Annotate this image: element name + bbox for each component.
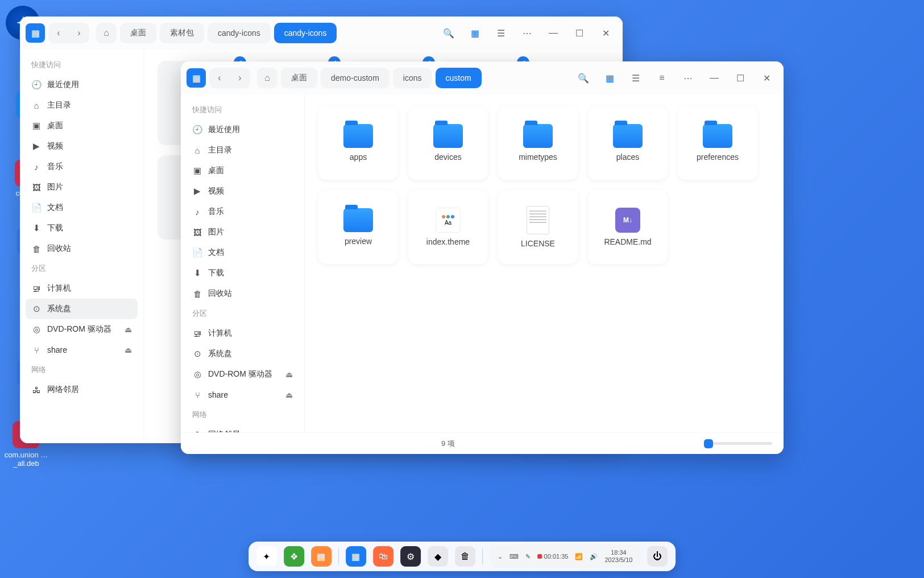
file-tile[interactable]: apps	[318, 106, 398, 180]
folder-icon	[433, 124, 463, 148]
sort-button[interactable]: ≡	[650, 67, 673, 89]
search-icon[interactable]: 🔍	[572, 67, 595, 89]
content-area[interactable]: appsdevicesmimetypesplacespreferencespre…	[305, 94, 784, 432]
breadcrumb-segment[interactable]: icons	[393, 68, 432, 88]
sidebar-item[interactable]: ⬇下载	[187, 263, 299, 283]
home-button[interactable]: ⌂	[257, 68, 277, 88]
launcher-icon[interactable]: ✦	[256, 546, 277, 567]
sidebar-item[interactable]: ⌂主目录	[26, 95, 138, 115]
sidebar-item[interactable]: 🖳计算机	[26, 278, 138, 299]
file-tile[interactable]: mimetypes	[498, 106, 578, 180]
back-button[interactable]: ‹	[48, 23, 69, 43]
sidebar-item-label: 最近使用	[208, 125, 240, 135]
file-manager-app-icon[interactable]: ▦	[26, 23, 45, 43]
sidebar-item[interactable]: 🗑回收站	[26, 238, 138, 259]
zoom-slider[interactable]	[704, 442, 772, 445]
file-label: preview	[345, 237, 372, 246]
breadcrumb-segment[interactable]: candy-icons	[274, 23, 337, 43]
sidebar-item[interactable]: ⬇下载	[26, 218, 138, 238]
sidebar-item[interactable]: 🗑回收站	[187, 283, 299, 304]
sidebar-item[interactable]: 🖼图片	[26, 177, 138, 197]
pinned-settings-icon[interactable]: ⚙	[400, 546, 421, 567]
home-button[interactable]: ⌂	[96, 23, 117, 43]
multitask-icon[interactable]: ❖	[284, 546, 304, 567]
file-tile[interactable]: preview	[318, 190, 398, 264]
tray-show-desktop-icon[interactable]: ⌄	[498, 553, 503, 560]
sidebar-item[interactable]: ▣桌面	[26, 115, 138, 136]
tray-keyboard-icon[interactable]: ⌨	[509, 553, 519, 560]
separator	[338, 548, 339, 564]
maximize-button[interactable]: ☐	[729, 67, 752, 89]
sidebar-item[interactable]: 🖧网络邻居	[26, 379, 138, 400]
icon-view-button[interactable]: ▦	[463, 22, 486, 44]
ellipsis-button[interactable]: ⋯	[677, 67, 699, 89]
breadcrumb-segment[interactable]: candy-icons	[208, 23, 271, 43]
search-icon[interactable]: 🔍	[437, 22, 460, 44]
tray-volume-icon[interactable]: 🔊	[590, 553, 598, 560]
eject-icon[interactable]: ⏏	[285, 390, 293, 399]
sidebar-item[interactable]: ⌂主目录	[187, 140, 299, 160]
file-label: devices	[434, 152, 461, 162]
icon-view-button[interactable]: ▦	[598, 67, 621, 89]
pinned-app-store-icon[interactable]: 🛍	[373, 546, 393, 567]
clock-time: 18:34	[604, 549, 632, 556]
workspace-icon[interactable]: ▦	[311, 546, 332, 567]
ellipsis-button[interactable]: ⋯	[516, 22, 538, 44]
file-manager-app-icon[interactable]: ▦	[187, 68, 206, 88]
forward-button[interactable]: ›	[69, 23, 89, 43]
sidebar-item-label: 回收站	[47, 243, 71, 254]
sidebar-item[interactable]: ♪音乐	[187, 201, 299, 222]
sidebar-item[interactable]: ▣桌面	[187, 160, 299, 181]
breadcrumb-segment[interactable]: 素材包	[160, 23, 204, 43]
clock[interactable]: 18:34 2023/5/10	[604, 549, 632, 564]
maximize-button[interactable]: ☐	[568, 22, 591, 44]
file-tile[interactable]: preferences	[678, 106, 757, 180]
sidebar-item[interactable]: 🖼图片	[187, 222, 299, 242]
list-view-button[interactable]: ☰	[624, 67, 647, 89]
sidebar-item-label: 视频	[208, 186, 224, 196]
sidebar-item[interactable]: 🖧网络邻居	[187, 424, 299, 432]
sidebar-item-icon: ⌂	[31, 100, 42, 110]
sidebar-item[interactable]: ▶视频	[187, 181, 299, 201]
close-button[interactable]: ✕	[755, 67, 778, 89]
close-button[interactable]: ✕	[594, 22, 617, 44]
sidebar-item[interactable]: 🕘最近使用	[26, 75, 138, 95]
sidebar-item[interactable]: ◎DVD-ROM 驱动器⏏	[187, 364, 299, 385]
sidebar-item[interactable]: ⊙系统盘	[26, 299, 138, 319]
sidebar-item[interactable]: ⑂share⏏	[26, 340, 138, 360]
sidebar-item[interactable]: 🖳计算机	[187, 323, 299, 344]
sidebar-item[interactable]: ⑂share⏏	[187, 385, 299, 405]
file-tile[interactable]: Aaindex.theme	[408, 190, 488, 264]
sidebar-item[interactable]: ♪音乐	[26, 156, 138, 177]
sidebar-item[interactable]: 🕘最近使用	[187, 119, 299, 140]
tray-network-icon[interactable]: 📶	[575, 553, 583, 560]
screen-record-indicator[interactable]: 00:01:35	[537, 553, 569, 560]
sidebar-item[interactable]: ◎DVD-ROM 驱动器⏏	[26, 319, 138, 340]
forward-button[interactable]: ›	[230, 68, 250, 88]
minimize-button[interactable]: —	[703, 67, 726, 89]
eject-icon[interactable]: ⏏	[125, 325, 132, 334]
file-tile[interactable]: M↓README.md	[588, 190, 668, 264]
file-tile[interactable]: places	[588, 106, 668, 180]
breadcrumb-segment[interactable]: 桌面	[281, 68, 317, 88]
desktop-icon-label: com.union …_all.deb	[3, 451, 49, 468]
eject-icon[interactable]: ⏏	[285, 370, 293, 379]
minimize-button[interactable]: —	[542, 22, 565, 44]
pinned-app-icon[interactable]: ◆	[428, 546, 448, 567]
list-view-button[interactable]: ☰	[490, 22, 512, 44]
pinned-trash-icon[interactable]: 🗑	[455, 546, 475, 567]
back-button[interactable]: ‹	[209, 68, 230, 88]
sidebar-item[interactable]: ⊙系统盘	[187, 344, 299, 364]
file-tile[interactable]: devices	[408, 106, 488, 180]
breadcrumb-segment[interactable]: 桌面	[120, 23, 156, 43]
sidebar-item[interactable]: ▶视频	[26, 136, 138, 156]
tray-pen-icon[interactable]: ✎	[525, 553, 531, 560]
breadcrumb-segment[interactable]: custom	[436, 68, 482, 88]
file-tile[interactable]: LICENSE	[498, 190, 578, 264]
sidebar-item[interactable]: 📄文档	[187, 242, 299, 263]
sidebar-item[interactable]: 📄文档	[26, 197, 138, 218]
breadcrumb-segment[interactable]: demo-custom	[321, 68, 390, 88]
eject-icon[interactable]: ⏏	[125, 345, 132, 354]
pinned-file-manager-icon[interactable]: ▦	[346, 546, 366, 567]
power-icon[interactable]: ⏻	[647, 546, 668, 567]
